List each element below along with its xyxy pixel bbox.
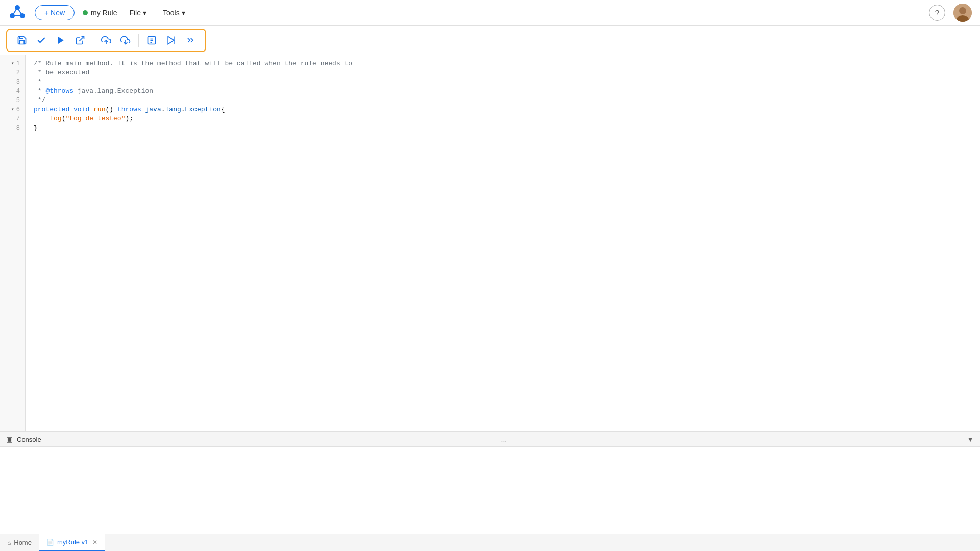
tab-rule-label: myRule v1 [57,538,88,546]
upload-button[interactable] [97,32,115,49]
bottom-tabs: ⌂ Home 📄 myRule v1 ✕ [0,534,980,551]
line-numbers: ▾1 2 3 4 5 ▾6 7 8 [0,55,26,431]
tab-home-label: Home [14,539,32,546]
svg-line-10 [79,37,84,41]
file-menu[interactable]: File ▾ [125,7,151,19]
console-icon: ▣ [6,435,13,443]
step-over-button[interactable] [162,32,180,49]
svg-marker-9 [58,37,64,44]
rule-status-dot [83,10,88,15]
rule-name-label: my Rule [91,9,117,17]
file-menu-chevron: ▾ [143,9,146,17]
console-title: Console [17,436,41,443]
check-icon [36,35,46,45]
toolbar-divider-2 [138,34,139,47]
toolbar [6,29,206,52]
save-button[interactable] [13,32,31,49]
console-header: ▣ Console ... ▼ [0,432,980,447]
new-button[interactable]: + New [35,5,75,20]
file-icon: 📄 [46,539,54,546]
console-panel: ▣ Console ... ▼ [0,432,980,534]
rule-name-display: my Rule [83,9,117,17]
save-icon [17,35,27,45]
step-all-button[interactable] [182,32,199,49]
validate-button[interactable] [33,32,50,49]
step-all-icon [185,35,195,45]
top-navigation: + New my Rule File ▾ Tools ▾ ? [0,0,980,26]
console-collapse-button[interactable]: ▼ [967,435,974,443]
tools-menu-chevron: ▾ [182,9,185,17]
toolbar-divider-1 [93,34,93,47]
tools-menu[interactable]: Tools ▾ [159,7,189,19]
tab-rule[interactable]: 📄 myRule v1 ✕ [39,534,105,551]
code-editor[interactable]: ▾1 2 3 4 5 ▾6 7 8 /* Rule main method. I… [0,55,980,432]
upload-icon [101,35,111,45]
app-logo [8,3,27,23]
home-icon: ⌂ [7,539,11,546]
file-menu-label: File [129,9,141,17]
svg-line-4 [17,8,22,16]
step-over-icon [166,35,176,45]
console-more-options[interactable]: ... [45,435,963,443]
main-area: ▾1 2 3 4 5 ▾6 7 8 /* Rule main method. I… [0,55,980,534]
tab-home[interactable]: ⌂ Home [0,534,39,551]
console-body[interactable] [0,447,980,534]
code-content[interactable]: /* Rule main method. It is the method th… [26,55,980,431]
svg-line-3 [12,8,17,16]
tab-close-button[interactable]: ✕ [92,539,97,546]
tools-menu-label: Tools [163,9,180,17]
export-button[interactable] [71,32,89,49]
debug-button[interactable] [143,32,160,49]
export-icon [75,35,85,45]
download-icon [120,35,131,45]
svg-point-7 [959,7,966,14]
run-icon [56,35,66,45]
help-button[interactable]: ? [929,5,945,21]
help-icon: ? [935,8,939,17]
run-button[interactable] [52,32,69,49]
download-button[interactable] [117,32,134,49]
debug-icon [146,35,157,45]
avatar[interactable] [953,4,972,22]
